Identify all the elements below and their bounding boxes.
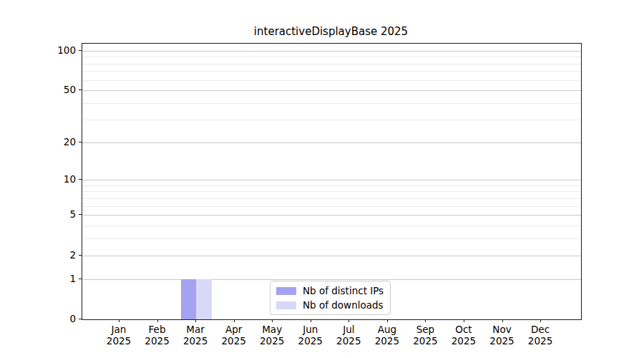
- y-tick-mark: [79, 90, 82, 90]
- x-tick-mark: [195, 319, 196, 322]
- y-tick-mark: [79, 142, 82, 142]
- y-tick-label: 0: [44, 312, 76, 325]
- y-tick-mark: [79, 214, 82, 215]
- gridline-minor: [82, 80, 581, 81]
- y-tick-mark: [79, 255, 82, 256]
- x-tick-mark: [540, 319, 541, 322]
- chart-figure: interactiveDisplayBase 2025 Nb of distin…: [0, 0, 644, 358]
- x-tick-label-aug: Aug 2025: [375, 324, 399, 347]
- gridline-major: [82, 256, 581, 256]
- plot-area: [82, 43, 582, 320]
- y-tick-label: 1: [44, 272, 76, 285]
- legend-label-downloads: Nb of downloads: [303, 299, 384, 311]
- x-tick-label-sep: Sep 2025: [413, 324, 437, 347]
- bar-nb-of-distinct-ips-mar: [181, 279, 197, 319]
- gridline-minor: [82, 185, 581, 186]
- x-tick-mark: [387, 319, 388, 322]
- gridline-minor: [82, 64, 581, 64]
- gridline-minor: [82, 71, 581, 72]
- x-tick-label-nov: Nov 2025: [489, 324, 514, 347]
- legend-row-downloads: Nb of downloads: [276, 299, 384, 311]
- x-tick-mark: [119, 319, 119, 322]
- gridline-major: [82, 180, 581, 180]
- y-tick-mark: [79, 279, 82, 279]
- gridline-major: [82, 142, 581, 143]
- x-tick-mark: [234, 319, 235, 322]
- x-tick-label-may: May 2025: [260, 324, 284, 347]
- gridline-minor: [82, 238, 581, 239]
- x-tick-mark: [272, 319, 273, 322]
- x-tick-label-dec: Dec 2025: [528, 324, 552, 347]
- x-tick-mark: [157, 319, 158, 322]
- y-tick-label: 20: [44, 135, 76, 148]
- x-tick-label-jun: Jun 2025: [298, 324, 323, 347]
- legend: Nb of distinct IPs Nb of downloads: [270, 281, 391, 315]
- x-tick-mark: [348, 319, 349, 322]
- y-tick-mark: [79, 179, 82, 180]
- gridline-minor: [82, 198, 581, 199]
- gridline-minor: [82, 191, 581, 192]
- x-tick-mark: [464, 319, 464, 322]
- x-tick-mark: [425, 319, 426, 322]
- x-tick-label-feb: Feb 2025: [145, 324, 169, 347]
- x-tick-label-jan: Jan 2025: [107, 324, 131, 347]
- bar-nb-of-downloads-mar: [196, 279, 212, 319]
- gridline-major: [82, 90, 581, 91]
- legend-swatch-downloads: [276, 301, 296, 309]
- x-tick-mark: [311, 319, 311, 322]
- y-tick-label: 50: [44, 83, 76, 96]
- x-tick-label-jul: Jul 2025: [336, 324, 361, 347]
- chart-title: interactiveDisplayBase 2025: [82, 25, 580, 38]
- y-tick-label: 5: [44, 208, 76, 221]
- gridline-major: [82, 215, 581, 216]
- x-tick-mark: [502, 319, 503, 322]
- gridline-minor: [82, 206, 581, 207]
- x-tick-label-oct: Oct 2025: [452, 324, 476, 347]
- gridline-minor: [82, 226, 581, 226]
- gridline-major: [82, 279, 581, 280]
- gridline-major: [82, 51, 581, 52]
- x-tick-label-mar: Mar 2025: [183, 324, 208, 347]
- legend-label-distinct-ips: Nb of distinct IPs: [303, 285, 384, 296]
- y-tick-mark: [79, 319, 82, 319]
- gridline-minor: [82, 103, 581, 104]
- y-tick-label: 10: [44, 173, 76, 185]
- legend-swatch-distinct-ips: [276, 287, 296, 295]
- legend-row-distinct-ips: Nb of distinct IPs: [276, 285, 384, 296]
- gridline-minor: [82, 120, 581, 120]
- y-tick-label: 100: [44, 44, 76, 57]
- y-tick-mark: [79, 50, 82, 51]
- y-tick-label: 2: [44, 248, 76, 261]
- gridline-minor: [82, 57, 581, 57]
- x-tick-label-apr: Apr 2025: [221, 324, 245, 347]
